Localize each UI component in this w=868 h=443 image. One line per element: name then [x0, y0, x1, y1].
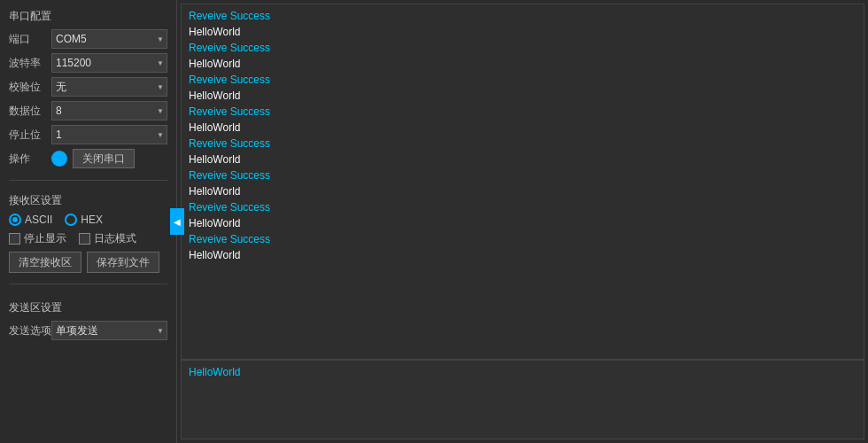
send-option-row: 发送选项 单项发送 多项发送 — [9, 321, 167, 340]
pause-display-label: 停止显示 — [24, 231, 66, 246]
baudrate-label: 波特率 — [9, 56, 51, 71]
send-option-label: 发送选项 — [9, 323, 51, 338]
port-label: 端口 — [9, 32, 51, 47]
parity-row: 校验位 无 奇 偶 — [9, 77, 167, 97]
recv-line: Reveive Success — [189, 104, 856, 120]
recv-line: HelloWorld — [189, 24, 856, 40]
recv-line: HelloWorld — [189, 215, 856, 231]
ascii-radio[interactable]: ASCII — [9, 214, 52, 226]
recv-line: Reveive Success — [189, 8, 856, 24]
hex-radio-circle — [65, 214, 77, 226]
hex-label: HEX — [81, 214, 103, 226]
receive-settings-section: 接收区设置 ASCII HEX 停止显示 日志模式 — [9, 190, 167, 276]
send-text: HelloWorld — [189, 366, 240, 378]
left-panel: 串口配置 端口 COM5 COM1 COM2 COM3 COM4 COM6 波特… — [0, 0, 177, 443]
serial-toggle-button[interactable] — [51, 151, 67, 167]
port-row: 端口 COM5 COM1 COM2 COM3 COM4 COM6 — [9, 29, 167, 49]
databits-select-wrapper: 8 5 6 7 — [51, 101, 167, 120]
parity-label: 校验位 — [9, 80, 51, 95]
port-select[interactable]: COM5 COM1 COM2 COM3 COM4 COM6 — [51, 29, 167, 49]
port-select-wrapper: COM5 COM1 COM2 COM3 COM4 COM6 — [51, 29, 167, 49]
recv-line: Reveive Success — [189, 72, 856, 88]
save-file-button[interactable]: 保存到文件 — [87, 252, 159, 273]
format-radio-row: ASCII HEX — [9, 214, 167, 226]
send-settings-section: 发送区设置 发送选项 单项发送 多项发送 — [9, 297, 167, 344]
recv-line: Reveive Success — [189, 167, 856, 183]
recv-line: Reveive Success — [189, 40, 856, 56]
close-port-button[interactable]: 关闭串口 — [73, 149, 135, 168]
recv-line: HelloWorld — [189, 56, 856, 72]
stopbits-select[interactable]: 1 1.5 2 — [51, 125, 167, 144]
collapse-button[interactable]: ◀ — [170, 208, 184, 235]
main-layout: 串口配置 端口 COM5 COM1 COM2 COM3 COM4 COM6 波特… — [0, 0, 868, 443]
recv-config-title: 接收区设置 — [9, 193, 167, 208]
clear-recv-button[interactable]: 清空接收区 — [9, 252, 81, 273]
recv-line: HelloWorld — [189, 183, 856, 199]
recv-line: Reveive Success — [189, 231, 856, 247]
ascii-label: ASCII — [25, 214, 52, 226]
pause-display-checkbox[interactable]: 停止显示 — [9, 231, 66, 246]
log-mode-label: 日志模式 — [94, 231, 136, 246]
receive-display[interactable]: Reveive SuccessHelloWorldReveive Success… — [181, 4, 864, 360]
recv-line: Reveive Success — [189, 199, 856, 215]
recv-line: HelloWorld — [189, 88, 856, 104]
parity-select[interactable]: 无 奇 偶 — [51, 77, 167, 97]
databits-row: 数据位 8 5 6 7 — [9, 101, 167, 120]
send-option-select[interactable]: 单项发送 多项发送 — [51, 321, 167, 340]
log-mode-box — [79, 233, 90, 245]
recv-options-row: 停止显示 日志模式 — [9, 231, 167, 246]
operation-row: 操作 关闭串口 — [9, 149, 167, 168]
stopbits-select-wrapper: 1 1.5 2 — [51, 125, 167, 144]
send-input-area[interactable]: HelloWorld — [181, 360, 864, 439]
recv-line: HelloWorld — [189, 247, 856, 263]
recv-line: HelloWorld — [189, 120, 856, 136]
baudrate-select[interactable]: 115200 9600 19200 38400 57600 — [51, 53, 167, 73]
log-mode-checkbox[interactable]: 日志模式 — [79, 231, 136, 246]
pause-display-box — [9, 233, 20, 245]
divider-2 — [9, 284, 167, 284]
baudrate-row: 波特率 115200 9600 19200 38400 57600 — [9, 53, 167, 73]
baudrate-select-wrapper: 115200 9600 19200 38400 57600 — [51, 53, 167, 73]
ascii-radio-circle — [9, 214, 21, 226]
stopbits-row: 停止位 1 1.5 2 — [9, 125, 167, 144]
send-config-title: 发送区设置 — [9, 300, 167, 315]
parity-select-wrapper: 无 奇 偶 — [51, 77, 167, 97]
send-option-select-wrapper: 单项发送 多项发送 — [51, 321, 167, 340]
recv-line: Reveive Success — [189, 136, 856, 152]
operation-label: 操作 — [9, 152, 51, 167]
databits-select[interactable]: 8 5 6 7 — [51, 101, 167, 120]
recv-buttons-row: 清空接收区 保存到文件 — [9, 252, 167, 273]
divider-1 — [9, 180, 167, 181]
stopbits-label: 停止位 — [9, 128, 51, 143]
hex-radio[interactable]: HEX — [65, 214, 103, 226]
recv-line: HelloWorld — [189, 152, 856, 167]
right-panel: ◀ Reveive SuccessHelloWorldReveive Succe… — [177, 0, 868, 443]
serial-config-title: 串口配置 — [9, 9, 167, 24]
databits-label: 数据位 — [9, 104, 51, 119]
